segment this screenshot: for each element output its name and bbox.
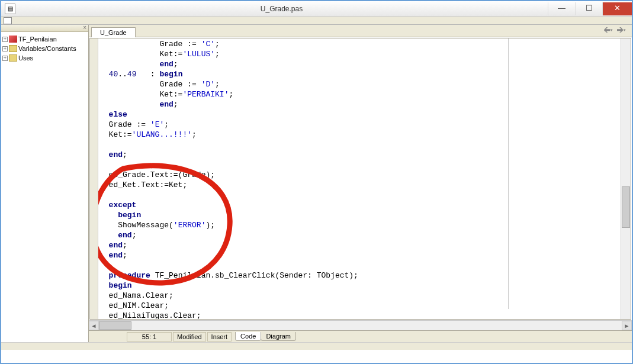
panel-header: × [1, 25, 88, 32]
close-button[interactable]: ✕ [602, 2, 632, 15]
expand-icon[interactable]: + [2, 37, 8, 42]
toolbar [1, 17, 632, 25]
status-position: 55: 1 [127, 332, 172, 342]
toolbar-icon[interactable] [4, 17, 12, 24]
bottom-bar [1, 342, 632, 350]
expand-icon[interactable]: + [2, 46, 8, 51]
hscroll-thumb[interactable] [99, 321, 131, 330]
right-margin-line [508, 38, 509, 309]
tab-u-grade[interactable]: U_Grade [91, 27, 136, 37]
system-menu-icon[interactable]: ▤ [5, 4, 15, 14]
vertical-scrollbar[interactable] [621, 38, 631, 319]
gutter [90, 38, 98, 319]
nav-forward-button[interactable]: 🡲▾ [615, 26, 627, 36]
minimize-button[interactable]: — [548, 2, 575, 15]
status-insert-mode: Insert [207, 332, 232, 342]
tree-item-label: TF_Penilaian [18, 34, 57, 44]
titlebar: ▤ U_Grade.pas — ☐ ✕ [1, 0, 632, 17]
structure-tree[interactable]: +TF_Penilaian+Variables/Constants+Uses [1, 32, 88, 65]
form-icon [9, 36, 17, 43]
horizontal-scrollbar[interactable]: ◄ ► [89, 320, 632, 330]
hscroll-right-button[interactable]: ► [622, 321, 632, 330]
structure-panel: × +TF_Penilaian+Variables/Constants+Uses [1, 25, 89, 342]
status-blank [90, 332, 126, 342]
folder-icon [9, 45, 17, 52]
tab-diagram[interactable]: Diagram [261, 332, 296, 341]
status-modified: Modified [173, 332, 206, 342]
tree-item-label: Uses [18, 53, 33, 63]
tree-item[interactable]: +TF_Penilaian [2, 34, 87, 44]
tree-item[interactable]: +Uses [2, 53, 87, 63]
tree-item-label: Variables/Constants [18, 44, 76, 53]
expand-icon[interactable]: + [2, 56, 8, 61]
editor-tabs: U_Grade 🡰▾ 🡲▾ [89, 25, 632, 37]
tree-item[interactable]: +Variables/Constants [2, 44, 87, 53]
nav-back-button[interactable]: 🡰▾ [602, 26, 614, 36]
panel-close-icon[interactable]: × [83, 24, 86, 31]
maximize-button[interactable]: ☐ [575, 2, 602, 15]
code-editor[interactable]: Grade := 'C'; Ket:='LULUS'; end; 40..49 … [98, 38, 621, 319]
status-bar: 55: 1 Modified Insert Code Diagram [89, 330, 632, 342]
hscroll-left-button[interactable]: ◄ [89, 321, 99, 330]
tab-code[interactable]: Code [235, 332, 261, 341]
vscroll-thumb[interactable] [622, 186, 630, 228]
folder-icon [9, 54, 17, 62]
window-title: U_Grade.pas [15, 5, 548, 13]
